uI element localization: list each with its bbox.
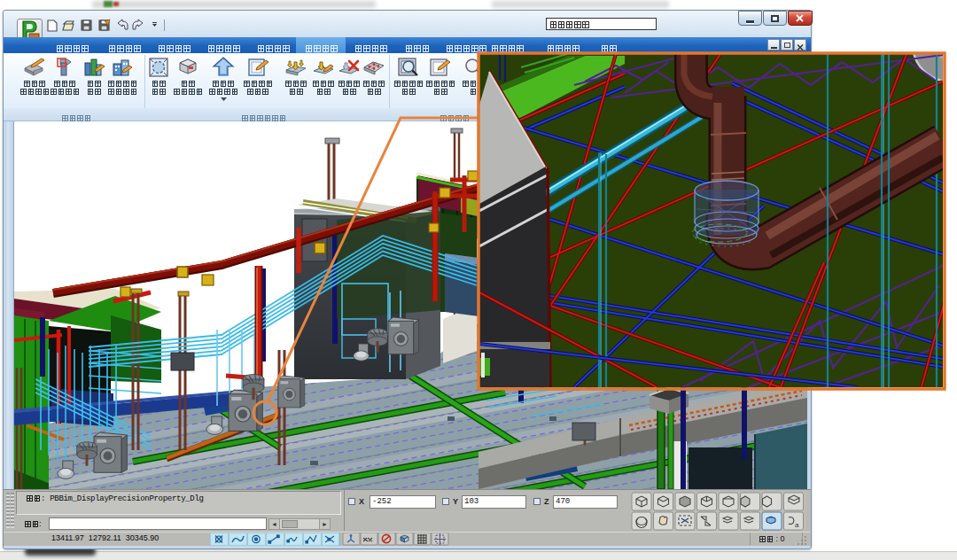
svg-text:a: a [795, 521, 799, 529]
